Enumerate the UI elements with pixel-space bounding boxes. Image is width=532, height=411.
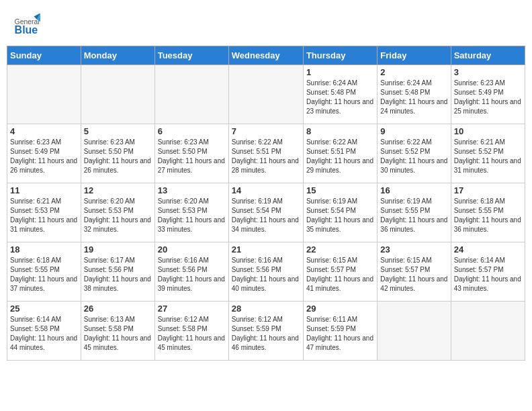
day-info: Sunrise: 6:17 AM Sunset: 5:56 PM Dayligh… <box>84 256 152 293</box>
day-number: 9 <box>380 126 447 136</box>
day-number: 20 <box>158 244 226 255</box>
calendar-cell: 17Sunrise: 6:18 AM Sunset: 5:55 PM Dayli… <box>451 183 525 242</box>
calendar-cell: 5Sunrise: 6:23 AM Sunset: 5:50 PM Daylig… <box>81 124 154 183</box>
calendar-cell <box>451 302 525 361</box>
calendar-cell: 7Sunrise: 6:22 AM Sunset: 5:51 PM Daylig… <box>228 124 303 183</box>
page-header: General Blue <box>7 7 525 42</box>
weekday-header-saturday: Saturday <box>451 46 525 65</box>
day-number: 26 <box>84 304 152 314</box>
calendar-cell: 11Sunrise: 6:21 AM Sunset: 5:53 PM Dayli… <box>7 183 81 242</box>
day-info: Sunrise: 6:22 AM Sunset: 5:51 PM Dayligh… <box>306 138 374 175</box>
calendar-cell: 15Sunrise: 6:19 AM Sunset: 5:54 PM Dayli… <box>303 183 377 242</box>
day-info: Sunrise: 6:20 AM Sunset: 5:53 PM Dayligh… <box>84 197 152 234</box>
calendar-cell: 10Sunrise: 6:21 AM Sunset: 5:52 PM Dayli… <box>451 124 525 183</box>
week-row-4: 18Sunrise: 6:18 AM Sunset: 5:55 PM Dayli… <box>7 242 525 302</box>
calendar-cell: 20Sunrise: 6:16 AM Sunset: 5:56 PM Dayli… <box>154 242 228 302</box>
calendar-cell: 8Sunrise: 6:22 AM Sunset: 5:51 PM Daylig… <box>303 124 377 183</box>
day-info: Sunrise: 6:13 AM Sunset: 5:58 PM Dayligh… <box>84 315 152 353</box>
day-info: Sunrise: 6:14 AM Sunset: 5:58 PM Dayligh… <box>10 315 78 353</box>
calendar-cell: 19Sunrise: 6:17 AM Sunset: 5:56 PM Dayli… <box>81 242 154 302</box>
day-info: Sunrise: 6:15 AM Sunset: 5:57 PM Dayligh… <box>306 256 374 293</box>
calendar-cell: 16Sunrise: 6:19 AM Sunset: 5:55 PM Dayli… <box>378 183 451 242</box>
day-number: 1 <box>306 67 374 77</box>
day-number: 22 <box>306 244 374 255</box>
day-info: Sunrise: 6:21 AM Sunset: 5:53 PM Dayligh… <box>10 197 78 234</box>
logo-icon: General Blue <box>13 12 40 39</box>
day-number: 27 <box>158 304 226 314</box>
day-info: Sunrise: 6:22 AM Sunset: 5:52 PM Dayligh… <box>380 138 447 175</box>
weekday-header-tuesday: Tuesday <box>154 46 228 65</box>
day-info: Sunrise: 6:14 AM Sunset: 5:57 PM Dayligh… <box>454 256 522 293</box>
calendar-cell <box>378 302 451 361</box>
calendar-cell: 9Sunrise: 6:22 AM Sunset: 5:52 PM Daylig… <box>378 124 451 183</box>
week-row-3: 11Sunrise: 6:21 AM Sunset: 5:53 PM Dayli… <box>7 183 525 242</box>
day-info: Sunrise: 6:23 AM Sunset: 5:50 PM Dayligh… <box>158 138 226 175</box>
weekday-header-wednesday: Wednesday <box>228 46 303 65</box>
day-number: 23 <box>380 244 447 255</box>
day-number: 17 <box>454 185 522 195</box>
day-info: Sunrise: 6:21 AM Sunset: 5:52 PM Dayligh… <box>454 138 522 175</box>
day-info: Sunrise: 6:23 AM Sunset: 5:49 PM Dayligh… <box>454 79 522 116</box>
calendar-cell: 3Sunrise: 6:23 AM Sunset: 5:49 PM Daylig… <box>451 65 525 124</box>
day-number: 7 <box>232 126 300 136</box>
calendar-cell: 13Sunrise: 6:20 AM Sunset: 5:53 PM Dayli… <box>154 183 228 242</box>
day-info: Sunrise: 6:19 AM Sunset: 5:54 PM Dayligh… <box>232 197 300 234</box>
day-number: 5 <box>84 126 152 136</box>
calendar-cell <box>7 65 81 124</box>
day-info: Sunrise: 6:19 AM Sunset: 5:54 PM Dayligh… <box>306 197 374 234</box>
day-info: Sunrise: 6:18 AM Sunset: 5:55 PM Dayligh… <box>10 256 78 293</box>
weekday-header-friday: Friday <box>378 46 451 65</box>
day-number: 11 <box>10 185 78 195</box>
calendar-cell: 23Sunrise: 6:15 AM Sunset: 5:57 PM Dayli… <box>378 242 451 302</box>
day-number: 13 <box>158 185 226 195</box>
week-row-1: 1Sunrise: 6:24 AM Sunset: 5:48 PM Daylig… <box>7 65 525 124</box>
weekday-header-thursday: Thursday <box>303 46 377 65</box>
day-number: 12 <box>84 185 152 195</box>
day-info: Sunrise: 6:24 AM Sunset: 5:48 PM Dayligh… <box>306 79 374 116</box>
calendar-cell: 18Sunrise: 6:18 AM Sunset: 5:55 PM Dayli… <box>7 242 81 302</box>
day-number: 21 <box>232 244 300 255</box>
day-info: Sunrise: 6:20 AM Sunset: 5:53 PM Dayligh… <box>158 197 226 234</box>
day-info: Sunrise: 6:19 AM Sunset: 5:55 PM Dayligh… <box>380 197 447 234</box>
day-info: Sunrise: 6:24 AM Sunset: 5:48 PM Dayligh… <box>380 79 447 116</box>
day-number: 24 <box>454 244 522 255</box>
calendar-cell <box>81 65 154 124</box>
day-number: 3 <box>454 67 522 77</box>
svg-text:Blue: Blue <box>15 24 38 36</box>
day-info: Sunrise: 6:22 AM Sunset: 5:51 PM Dayligh… <box>232 138 300 175</box>
calendar-cell: 26Sunrise: 6:13 AM Sunset: 5:58 PM Dayli… <box>81 302 154 361</box>
day-number: 6 <box>158 126 226 136</box>
day-info: Sunrise: 6:12 AM Sunset: 5:58 PM Dayligh… <box>158 315 226 353</box>
weekday-header-row: SundayMondayTuesdayWednesdayThursdayFrid… <box>7 46 525 65</box>
calendar-table: SundayMondayTuesdayWednesdayThursdayFrid… <box>7 46 525 361</box>
day-info: Sunrise: 6:12 AM Sunset: 5:59 PM Dayligh… <box>232 315 300 353</box>
calendar-cell: 25Sunrise: 6:14 AM Sunset: 5:58 PM Dayli… <box>7 302 81 361</box>
day-number: 28 <box>232 304 300 314</box>
day-info: Sunrise: 6:16 AM Sunset: 5:56 PM Dayligh… <box>158 256 226 293</box>
weekday-header-monday: Monday <box>81 46 154 65</box>
calendar-cell <box>154 65 228 124</box>
weekday-header-sunday: Sunday <box>7 46 81 65</box>
day-number: 16 <box>380 185 447 195</box>
week-row-5: 25Sunrise: 6:14 AM Sunset: 5:58 PM Dayli… <box>7 302 525 361</box>
calendar-cell: 28Sunrise: 6:12 AM Sunset: 5:59 PM Dayli… <box>228 302 303 361</box>
calendar-cell: 24Sunrise: 6:14 AM Sunset: 5:57 PM Dayli… <box>451 242 525 302</box>
day-info: Sunrise: 6:15 AM Sunset: 5:57 PM Dayligh… <box>380 256 447 293</box>
calendar-cell: 21Sunrise: 6:16 AM Sunset: 5:56 PM Dayli… <box>228 242 303 302</box>
day-info: Sunrise: 6:18 AM Sunset: 5:55 PM Dayligh… <box>454 197 522 234</box>
day-info: Sunrise: 6:16 AM Sunset: 5:56 PM Dayligh… <box>232 256 300 293</box>
day-info: Sunrise: 6:11 AM Sunset: 5:59 PM Dayligh… <box>306 315 374 353</box>
logo: General Blue <box>13 12 40 39</box>
calendar-cell: 1Sunrise: 6:24 AM Sunset: 5:48 PM Daylig… <box>303 65 377 124</box>
calendar-cell: 4Sunrise: 6:23 AM Sunset: 5:49 PM Daylig… <box>7 124 81 183</box>
day-number: 29 <box>306 304 374 314</box>
calendar-cell <box>228 65 303 124</box>
day-number: 19 <box>84 244 152 255</box>
day-number: 25 <box>10 304 78 314</box>
calendar-cell: 27Sunrise: 6:12 AM Sunset: 5:58 PM Dayli… <box>154 302 228 361</box>
day-number: 8 <box>306 126 374 136</box>
day-number: 2 <box>380 67 447 77</box>
day-number: 10 <box>454 126 522 136</box>
day-number: 4 <box>10 126 78 136</box>
day-info: Sunrise: 6:23 AM Sunset: 5:50 PM Dayligh… <box>84 138 152 175</box>
